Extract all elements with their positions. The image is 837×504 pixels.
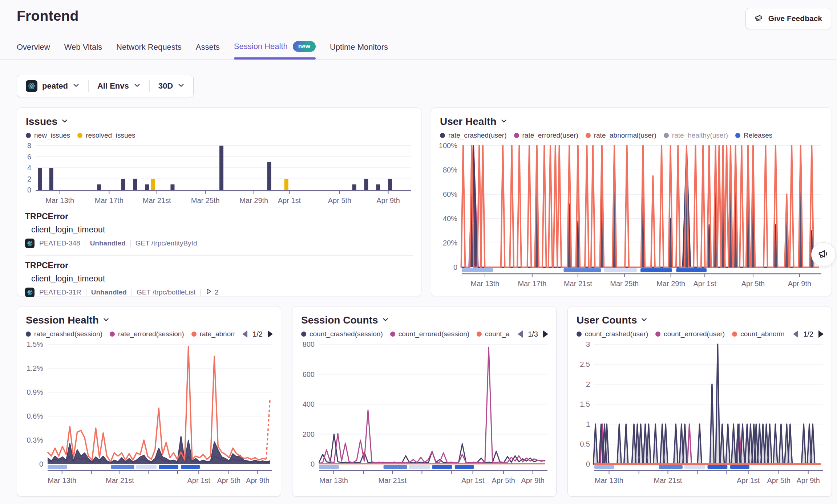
user-counts-panel-title: User Counts (577, 314, 637, 326)
series-dot (191, 332, 197, 337)
series-dot (514, 133, 519, 138)
user-health-panel-dropdown[interactable]: User Health (440, 116, 824, 127)
svg-text:400: 400 (303, 400, 315, 408)
svg-text:Apr 5th: Apr 5th (217, 476, 240, 484)
svg-text:Apr 5th: Apr 5th (767, 476, 790, 484)
legend-resolved-issues[interactable]: resolved_issues (77, 131, 135, 139)
svg-text:Apr 5th: Apr 5th (328, 196, 351, 204)
svg-text:0.9%: 0.9% (27, 388, 43, 396)
tab-network-requests[interactable]: Network Requests (116, 42, 182, 59)
series-dot (390, 332, 395, 337)
tab-uptime-monitors[interactable]: Uptime Monitors (330, 42, 388, 59)
series-dot (301, 332, 306, 337)
series-dot (577, 332, 582, 337)
series-dot (110, 332, 115, 337)
legend-new-issues[interactable]: new_issues (26, 131, 70, 139)
svg-text:8: 8 (27, 143, 31, 150)
legend-pager: 1/2 (789, 330, 824, 338)
floating-feedback-button[interactable] (811, 242, 836, 267)
issue-status: Unhandled (90, 239, 126, 247)
session-health-legend: rate_crashed(session) rate_errored(sessi… (26, 328, 273, 340)
date-range-selector[interactable]: 30D (150, 75, 193, 97)
pager-next-button[interactable] (818, 330, 824, 338)
svg-text:Mar 21st: Mar 21st (564, 280, 592, 288)
legend-rate-crashed-session[interactable]: rate_crashed(session) (26, 330, 102, 338)
svg-text:Mar 21st: Mar 21st (654, 476, 682, 484)
series-dot (77, 133, 82, 138)
user-health-chart[interactable]: 020%40%60%80%100%Mar 13thMar 17thMar 21s… (439, 143, 823, 290)
svg-text:80%: 80% (443, 166, 457, 174)
pager-prev-button[interactable] (793, 330, 798, 338)
svg-text:1.2%: 1.2% (27, 364, 43, 372)
issues-bar-chart[interactable]: 02468Mar 13thMar 17thMar 21stMar 25thMar… (25, 143, 412, 207)
svg-text:Apr 1st: Apr 1st (737, 476, 760, 484)
pager-next-button[interactable] (543, 330, 548, 338)
meta-separator (130, 240, 131, 247)
pager-next-button[interactable] (268, 330, 273, 338)
meta-separator (85, 240, 85, 247)
svg-text:4: 4 (27, 164, 31, 172)
replay-count[interactable]: 2 (205, 288, 219, 297)
session-counts-chart[interactable]: 0200400600800Mar 13thMar 21stApr 1stApr … (300, 341, 549, 487)
session-health-chart[interactable]: 00.3%0.6%0.9%1.2%1.5%Mar 13thMar 21stApr… (25, 341, 274, 487)
tab-overview[interactable]: Overview (17, 42, 50, 59)
issues-panel-title: Issues (26, 116, 57, 127)
environment-selector[interactable]: All Envs (89, 75, 149, 97)
series-dot (26, 133, 31, 138)
issue-short-id: PEATED-348 (39, 239, 80, 247)
svg-text:Mar 13th: Mar 13th (45, 196, 74, 204)
issue-row[interactable]: TRPCError client_login_timeout (25, 212, 413, 248)
legend-pager: 1/2 (239, 330, 273, 338)
meta-separator (200, 289, 201, 296)
svg-text:Apr 1st: Apr 1st (693, 280, 716, 288)
pager-label: 1/2 (803, 330, 813, 338)
user-counts-chart[interactable]: 00.511.522.53Mar 13thMar 21stApr 1stApr … (576, 341, 824, 487)
svg-text:Apr 9th: Apr 9th (521, 476, 544, 484)
issue-row[interactable]: TRPCError client_login_timeout (25, 261, 413, 297)
user-counts-panel-dropdown[interactable]: User Counts (577, 314, 824, 326)
pager-prev-button[interactable] (242, 330, 247, 338)
project-selector[interactable]: peated (17, 75, 88, 97)
issue-message: client_login_timeout (25, 274, 413, 284)
tab-assets[interactable]: Assets (196, 42, 220, 59)
legend-rate-errored-user[interactable]: rate_errored(user) (514, 131, 578, 139)
legend-rate-healthy-user[interactable]: rate_healthy(user) (664, 131, 728, 139)
pager-prev-button[interactable] (518, 330, 523, 338)
react-project-icon (25, 288, 35, 297)
megaphone-icon (818, 248, 829, 261)
session-health-panel-dropdown[interactable]: Session Health (26, 314, 273, 326)
session-health-panel: Session Health rate_crashed(session) rat… (17, 306, 281, 497)
pager-label: 1/2 (252, 330, 263, 338)
legend-rate-abnormal-session[interactable]: rate_abnorr (191, 330, 235, 338)
legend-count-abnormal-session[interactable]: count_a (477, 330, 510, 338)
svg-text:Mar 21st: Mar 21st (379, 476, 407, 484)
issues-panel-dropdown[interactable]: Issues (26, 116, 413, 127)
series-dot (732, 332, 737, 337)
give-feedback-button[interactable]: Give Feedback (745, 8, 831, 29)
legend-rate-crashed-user[interactable]: rate_crashed(user) (440, 131, 507, 139)
tab-session-health[interactable]: Session Health new (234, 41, 316, 59)
svg-text:Apr 9th: Apr 9th (376, 196, 400, 204)
legend-count-crashed-user[interactable]: count_crashed(user) (577, 330, 648, 338)
legend-rate-errored-session[interactable]: rate_errored(session) (110, 330, 184, 338)
svg-text:Mar 25th: Mar 25th (610, 280, 639, 288)
legend-count-crashed-session[interactable]: count_crashed(session) (301, 330, 383, 338)
legend-count-errored-session[interactable]: count_errored(session) (390, 330, 469, 338)
pager-label: 1/3 (528, 330, 538, 338)
user-counts-panel: User Counts count_crashed(user) count_er… (567, 306, 832, 497)
svg-text:Mar 21st: Mar 21st (143, 196, 171, 204)
legend-count-abnormal-user[interactable]: count_abnorm (732, 330, 784, 338)
legend-count-errored-user[interactable]: count_errored(user) (655, 330, 725, 338)
tab-web-vitals[interactable]: Web Vitals (64, 42, 102, 59)
svg-text:Mar 13th: Mar 13th (48, 476, 76, 484)
session-counts-panel-dropdown[interactable]: Session Counts (301, 314, 548, 326)
issue-type: TRPCError (25, 261, 413, 271)
svg-text:1: 1 (586, 420, 590, 428)
legend-rate-abnormal-user[interactable]: rate_abnormal(user) (586, 131, 656, 139)
svg-text:0: 0 (27, 186, 31, 194)
svg-text:Mar 13th: Mar 13th (470, 280, 499, 288)
page-header: Frontend Give Feedback (0, 0, 837, 35)
legend-releases[interactable]: Releases (735, 131, 772, 139)
series-dot (735, 133, 740, 138)
issues-legend: new_issues resolved_issues (26, 130, 413, 141)
